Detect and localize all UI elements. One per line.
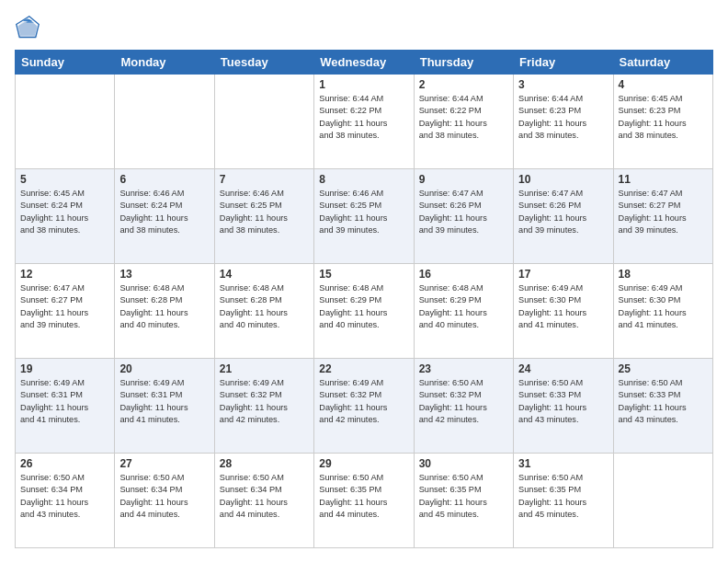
day-number: 26: [20, 457, 109, 470]
calendar-cell: 13Sunrise: 6:48 AM Sunset: 6:28 PM Dayli…: [115, 264, 214, 359]
day-number: 15: [319, 268, 408, 281]
calendar-cell: 18Sunrise: 6:49 AM Sunset: 6:30 PM Dayli…: [613, 264, 712, 359]
day-info: Sunrise: 6:46 AM Sunset: 6:25 PM Dayligh…: [220, 188, 309, 236]
day-number: 11: [619, 173, 708, 186]
col-header-friday: Friday: [514, 51, 613, 75]
day-info: Sunrise: 6:50 AM Sunset: 6:35 PM Dayligh…: [319, 472, 408, 521]
day-number: 13: [119, 268, 209, 281]
day-info: Sunrise: 6:50 AM Sunset: 6:35 PM Dayligh…: [419, 472, 508, 521]
day-number: 2: [419, 78, 508, 91]
day-info: Sunrise: 6:48 AM Sunset: 6:28 PM Dayligh…: [119, 282, 209, 331]
calendar-cell: 2Sunrise: 6:44 AM Sunset: 6:22 PM Daylig…: [414, 75, 513, 169]
day-number: 1: [319, 78, 408, 91]
calendar-week-2: 5Sunrise: 6:45 AM Sunset: 6:24 PM Daylig…: [16, 169, 713, 264]
day-number: 10: [518, 173, 608, 186]
logo-icon: [15, 15, 40, 40]
day-number: 8: [319, 173, 408, 186]
day-info: Sunrise: 6:44 AM Sunset: 6:22 PM Dayligh…: [319, 93, 408, 142]
calendar-cell: [16, 75, 115, 169]
day-info: Sunrise: 6:49 AM Sunset: 6:30 PM Dayligh…: [619, 282, 708, 331]
calendar-week-4: 19Sunrise: 6:49 AM Sunset: 6:31 PM Dayli…: [16, 359, 713, 454]
calendar-cell: 17Sunrise: 6:49 AM Sunset: 6:30 PM Dayli…: [514, 264, 613, 359]
day-info: Sunrise: 6:49 AM Sunset: 6:31 PM Dayligh…: [119, 377, 209, 426]
day-number: 9: [419, 173, 508, 186]
day-info: Sunrise: 6:50 AM Sunset: 6:34 PM Dayligh…: [119, 472, 209, 521]
day-info: Sunrise: 6:50 AM Sunset: 6:35 PM Dayligh…: [518, 472, 608, 521]
day-number: 30: [419, 457, 508, 470]
day-number: 29: [319, 457, 408, 470]
day-info: Sunrise: 6:48 AM Sunset: 6:29 PM Dayligh…: [419, 282, 508, 331]
day-info: Sunrise: 6:45 AM Sunset: 6:24 PM Dayligh…: [20, 188, 109, 236]
day-number: 12: [20, 268, 109, 281]
calendar-cell: [613, 454, 712, 548]
day-number: 28: [220, 457, 309, 470]
day-number: 21: [220, 362, 309, 375]
day-info: Sunrise: 6:45 AM Sunset: 6:23 PM Dayligh…: [619, 93, 708, 142]
calendar-cell: 7Sunrise: 6:46 AM Sunset: 6:25 PM Daylig…: [214, 169, 313, 264]
day-info: Sunrise: 6:50 AM Sunset: 6:32 PM Dayligh…: [419, 377, 508, 426]
day-info: Sunrise: 6:44 AM Sunset: 6:22 PM Dayligh…: [419, 93, 508, 142]
calendar-cell: 6Sunrise: 6:46 AM Sunset: 6:24 PM Daylig…: [115, 169, 214, 264]
calendar-cell: 27Sunrise: 6:50 AM Sunset: 6:34 PM Dayli…: [115, 454, 214, 548]
calendar-cell: 1Sunrise: 6:44 AM Sunset: 6:22 PM Daylig…: [314, 75, 414, 169]
col-header-wednesday: Wednesday: [314, 51, 414, 75]
col-header-saturday: Saturday: [613, 51, 712, 75]
calendar-cell: 29Sunrise: 6:50 AM Sunset: 6:35 PM Dayli…: [314, 454, 414, 548]
calendar-cell: 12Sunrise: 6:47 AM Sunset: 6:27 PM Dayli…: [16, 264, 115, 359]
header: [15, 15, 713, 40]
calendar-cell: 15Sunrise: 6:48 AM Sunset: 6:29 PM Dayli…: [314, 264, 414, 359]
day-number: 20: [119, 362, 209, 375]
day-number: 6: [119, 173, 209, 186]
day-number: 17: [518, 268, 608, 281]
calendar-cell: 30Sunrise: 6:50 AM Sunset: 6:35 PM Dayli…: [414, 454, 513, 548]
day-number: 7: [220, 173, 309, 186]
day-info: Sunrise: 6:49 AM Sunset: 6:30 PM Dayligh…: [518, 282, 608, 331]
day-number: 24: [518, 362, 608, 375]
col-header-tuesday: Tuesday: [214, 51, 313, 75]
day-info: Sunrise: 6:49 AM Sunset: 6:31 PM Dayligh…: [20, 377, 109, 426]
calendar-cell: 11Sunrise: 6:47 AM Sunset: 6:27 PM Dayli…: [613, 169, 712, 264]
calendar-cell: 28Sunrise: 6:50 AM Sunset: 6:34 PM Dayli…: [214, 454, 313, 548]
calendar-cell: 8Sunrise: 6:46 AM Sunset: 6:25 PM Daylig…: [314, 169, 414, 264]
day-info: Sunrise: 6:48 AM Sunset: 6:28 PM Dayligh…: [220, 282, 309, 331]
day-info: Sunrise: 6:46 AM Sunset: 6:25 PM Dayligh…: [319, 188, 408, 236]
calendar-cell: 24Sunrise: 6:50 AM Sunset: 6:33 PM Dayli…: [514, 359, 613, 454]
day-info: Sunrise: 6:47 AM Sunset: 6:27 PM Dayligh…: [20, 282, 109, 331]
day-info: Sunrise: 6:50 AM Sunset: 6:33 PM Dayligh…: [619, 377, 708, 426]
calendar-week-1: 1Sunrise: 6:44 AM Sunset: 6:22 PM Daylig…: [16, 75, 713, 169]
day-number: 16: [419, 268, 508, 281]
calendar-cell: 3Sunrise: 6:44 AM Sunset: 6:23 PM Daylig…: [514, 75, 613, 169]
calendar-cell: 26Sunrise: 6:50 AM Sunset: 6:34 PM Dayli…: [16, 454, 115, 548]
calendar-cell: 14Sunrise: 6:48 AM Sunset: 6:28 PM Dayli…: [214, 264, 313, 359]
calendar-cell: 23Sunrise: 6:50 AM Sunset: 6:32 PM Dayli…: [414, 359, 513, 454]
day-info: Sunrise: 6:47 AM Sunset: 6:26 PM Dayligh…: [419, 188, 508, 236]
day-number: 14: [220, 268, 309, 281]
day-info: Sunrise: 6:50 AM Sunset: 6:34 PM Dayligh…: [20, 472, 109, 521]
day-info: Sunrise: 6:50 AM Sunset: 6:34 PM Dayligh…: [220, 472, 309, 521]
day-info: Sunrise: 6:49 AM Sunset: 6:32 PM Dayligh…: [220, 377, 309, 426]
calendar-cell: 25Sunrise: 6:50 AM Sunset: 6:33 PM Dayli…: [613, 359, 712, 454]
day-number: 19: [20, 362, 109, 375]
day-info: Sunrise: 6:50 AM Sunset: 6:33 PM Dayligh…: [518, 377, 608, 426]
day-info: Sunrise: 6:47 AM Sunset: 6:26 PM Dayligh…: [518, 188, 608, 236]
day-info: Sunrise: 6:47 AM Sunset: 6:27 PM Dayligh…: [619, 188, 708, 236]
calendar-cell: 21Sunrise: 6:49 AM Sunset: 6:32 PM Dayli…: [214, 359, 313, 454]
day-number: 3: [518, 78, 608, 91]
day-number: 18: [619, 268, 708, 281]
calendar-cell: 4Sunrise: 6:45 AM Sunset: 6:23 PM Daylig…: [613, 75, 712, 169]
day-number: 5: [20, 173, 109, 186]
calendar-cell: 10Sunrise: 6:47 AM Sunset: 6:26 PM Dayli…: [514, 169, 613, 264]
calendar-cell: 5Sunrise: 6:45 AM Sunset: 6:24 PM Daylig…: [16, 169, 115, 264]
calendar-week-5: 26Sunrise: 6:50 AM Sunset: 6:34 PM Dayli…: [16, 454, 713, 548]
col-header-monday: Monday: [115, 51, 214, 75]
day-number: 27: [119, 457, 209, 470]
day-info: Sunrise: 6:46 AM Sunset: 6:24 PM Dayligh…: [119, 188, 209, 236]
calendar-cell: 22Sunrise: 6:49 AM Sunset: 6:32 PM Dayli…: [314, 359, 414, 454]
calendar-cell: 16Sunrise: 6:48 AM Sunset: 6:29 PM Dayli…: [414, 264, 513, 359]
calendar-table: SundayMondayTuesdayWednesdayThursdayFrid…: [15, 50, 713, 548]
day-number: 23: [419, 362, 508, 375]
calendar-cell: 31Sunrise: 6:50 AM Sunset: 6:35 PM Dayli…: [514, 454, 613, 548]
calendar-header-row: SundayMondayTuesdayWednesdayThursdayFrid…: [16, 51, 713, 75]
day-number: 22: [319, 362, 408, 375]
day-info: Sunrise: 6:48 AM Sunset: 6:29 PM Dayligh…: [319, 282, 408, 331]
